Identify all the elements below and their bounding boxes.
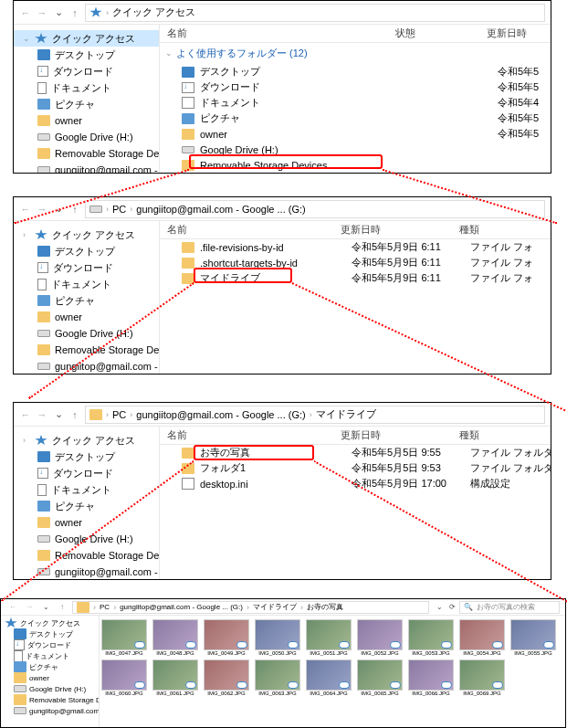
- sidebar-item-downloads[interactable]: ダウンロード: [14, 465, 159, 481]
- column-headers[interactable]: 名前 更新日時 種類: [160, 221, 551, 239]
- nav-back-icon[interactable]: ←: [19, 7, 32, 18]
- thumbnail[interactable]: IMG_0060.JPG: [101, 659, 147, 696]
- breadcrumb[interactable]: › PC› gungiitop@gmail.com - Google ... (…: [85, 200, 545, 218]
- thumbnail[interactable]: IMG_0062.JPG: [204, 659, 249, 696]
- sidebar-item-owner[interactable]: owner: [14, 112, 159, 129]
- file-row[interactable]: マイドライブ令和5年5月9日 6:11ファイル フォ: [160, 270, 551, 286]
- crumb-pc[interactable]: PC: [112, 409, 126, 420]
- column-headers[interactable]: 名前 状態 更新日時: [160, 25, 551, 43]
- sidebar-item-quick[interactable]: クイック アクセス: [1, 617, 99, 628]
- col-name[interactable]: 名前: [160, 223, 333, 237]
- nav-fwd-icon[interactable]: →: [36, 7, 48, 18]
- file-row[interactable]: Removable Storage Devices: [160, 157, 551, 173]
- file-row[interactable]: ドキュメント令和5年4: [160, 95, 551, 111]
- sidebar-item-pictures[interactable]: ピクチャ: [1, 661, 99, 672]
- crumb-pc[interactable]: PC: [112, 204, 126, 215]
- thumbnail[interactable]: IMG_0047.JPG: [101, 619, 147, 656]
- breadcrumb[interactable]: › PC› gungiitop@gmail.com - Google ... (…: [85, 406, 545, 424]
- nav-back-icon[interactable]: ←: [19, 204, 32, 215]
- crumb-acct[interactable]: gungiitop@gmail.com - Google ... (G:): [120, 603, 243, 611]
- thumbnail[interactable]: IMG_0054.JPG: [459, 619, 505, 656]
- sidebar-item-gdrive[interactable]: Google Drive (H:): [14, 129, 159, 145]
- sidebar-item-gacct[interactable]: gungiitop@gmail.com - Gc: [1, 705, 99, 716]
- sidebar-item-pictures[interactable]: ピクチャ: [14, 96, 159, 112]
- sidebar-item-removable[interactable]: Removable Storage Devices: [14, 145, 159, 162]
- col-date[interactable]: 更新日時: [333, 223, 452, 237]
- sidebar-item-gacct[interactable]: gungiitop@gmail.com - Gc: [14, 358, 159, 374]
- thumbnail[interactable]: IMG_0053.JPG: [408, 619, 454, 656]
- nav-up-icon[interactable]: ↑: [68, 7, 81, 18]
- file-row[interactable]: .shortcut-targets-by-id令和5年5月9日 6:11ファイル…: [160, 255, 551, 270]
- sidebar-item-removable[interactable]: Removable Storage Devices: [14, 342, 159, 358]
- nav-up-icon[interactable]: ↑: [68, 409, 81, 420]
- thumbnail[interactable]: IMG_0064.JPG: [306, 659, 352, 696]
- sidebar-item-removable[interactable]: Removable Storage Devices: [14, 547, 159, 564]
- thumbnail[interactable]: IMG_0052.JPG: [357, 619, 403, 656]
- crumb-mydrive[interactable]: マイドライブ: [316, 407, 376, 421]
- sidebar-item-quick[interactable]: ⌄クイック アクセス: [14, 30, 159, 47]
- file-row[interactable]: desktop.ini令和5年5月9日 17:00構成設定: [160, 476, 551, 491]
- sidebar-item-desktop[interactable]: デスクトップ: [1, 628, 99, 639]
- col-status[interactable]: 状態: [388, 26, 479, 40]
- col-name[interactable]: 名前: [160, 428, 333, 442]
- sidebar-item-owner[interactable]: owner: [14, 514, 159, 531]
- thumbnail[interactable]: IMG_0063.JPG: [255, 659, 300, 696]
- thumbnail[interactable]: IMG_0066.JPG: [408, 659, 454, 696]
- sidebar-item-gdrive[interactable]: Google Drive (H:): [14, 325, 159, 342]
- nav-fwd-icon[interactable]: →: [23, 603, 36, 611]
- breadcrumb[interactable]: › クイック アクセス: [85, 4, 545, 22]
- sidebar-item-documents[interactable]: ドキュメント: [14, 79, 159, 96]
- sidebar-item-documents[interactable]: ドキュメント: [14, 481, 159, 498]
- sidebar-item-pictures[interactable]: ピクチャ: [14, 498, 159, 514]
- sidebar-item-quick[interactable]: ›クイック アクセス: [14, 227, 159, 243]
- nav-recent-icon[interactable]: ⌄: [52, 6, 65, 18]
- thumbnail[interactable]: IMG_0048.JPG: [152, 619, 198, 656]
- sidebar-item-documents[interactable]: ドキュメント: [14, 276, 159, 292]
- crumb-mydrive[interactable]: マイドライブ: [253, 602, 297, 612]
- refresh-icon[interactable]: ⟳: [449, 603, 456, 611]
- nav-fwd-icon[interactable]: →: [36, 204, 48, 215]
- nav-back-icon[interactable]: ←: [19, 409, 32, 420]
- crumb-folder[interactable]: お寺の写真: [307, 602, 343, 612]
- sidebar-item-owner[interactable]: owner: [14, 309, 159, 325]
- crumb-acct[interactable]: gungiitop@gmail.com - Google ... (G:): [136, 204, 305, 215]
- sidebar-item-quick[interactable]: ›クイック アクセス: [14, 432, 159, 448]
- sidebar-item-desktop[interactable]: デスクトップ: [14, 243, 159, 259]
- nav-recent-icon[interactable]: ⌄: [52, 408, 65, 420]
- col-date[interactable]: 更新日時: [479, 26, 551, 40]
- file-row[interactable]: .file-revisions-by-id令和5年5月9日 6:11ファイル フ…: [160, 239, 551, 255]
- column-headers[interactable]: 名前 更新日時 種類: [160, 427, 551, 445]
- sidebar-item-gdrive[interactable]: Google Drive (H:): [14, 531, 159, 547]
- crumb-pc[interactable]: PC: [100, 603, 110, 611]
- thumbnail[interactable]: IMG_0065.JPG: [357, 659, 403, 696]
- sidebar-item-desktop[interactable]: デスクトップ: [14, 448, 159, 465]
- nav-up-icon[interactable]: ↑: [68, 204, 81, 215]
- sidebar-item-downloads[interactable]: ダウンロード: [14, 259, 159, 276]
- crumb-acct[interactable]: gungiitop@gmail.com - Google ... (G:): [136, 409, 305, 420]
- sidebar-item-downloads[interactable]: ダウンロード: [14, 63, 159, 79]
- nav-back-icon[interactable]: ←: [6, 603, 19, 611]
- nav-recent-icon[interactable]: ⌄: [39, 603, 52, 611]
- thumbnail[interactable]: IMG_0061.JPG: [152, 659, 198, 696]
- search-input[interactable]: 🔍 お寺の写真の検索: [459, 601, 560, 614]
- sidebar-item-desktop[interactable]: デスクトップ: [14, 47, 159, 63]
- sidebar-item-gacct[interactable]: gungiitop@gmail.com - Gc: [14, 564, 159, 579]
- sidebar-item-gdrive[interactable]: Google Drive (H:): [1, 683, 99, 694]
- col-type[interactable]: 種類: [452, 223, 551, 237]
- sidebar-item-pictures[interactable]: ピクチャ: [14, 292, 159, 309]
- col-type[interactable]: 種類: [452, 428, 551, 442]
- thumbnail[interactable]: IMG_0069.JPG: [459, 659, 505, 696]
- nav-up-icon[interactable]: ↑: [56, 603, 68, 611]
- col-name[interactable]: 名前: [160, 26, 388, 40]
- sidebar-item-documents[interactable]: ドキュメント: [1, 650, 99, 661]
- file-row[interactable]: ダウンロード令和5年5: [160, 79, 551, 95]
- file-row[interactable]: フォルダ1令和5年5月5日 9:53ファイル フォルダー: [160, 460, 551, 476]
- file-row[interactable]: owner令和5年5: [160, 126, 551, 142]
- address-drop-icon[interactable]: ⌄: [433, 603, 446, 611]
- sidebar-item-owner[interactable]: owner: [1, 672, 99, 683]
- sidebar-item-downloads[interactable]: ダウンロード: [1, 639, 99, 650]
- thumbnail[interactable]: IMG_0055.JPG: [510, 619, 556, 656]
- thumbnail[interactable]: IMG_0051.JPG: [306, 619, 352, 656]
- file-row[interactable]: ピクチャ令和5年5: [160, 111, 551, 126]
- file-row[interactable]: Google Drive (H:): [160, 142, 551, 157]
